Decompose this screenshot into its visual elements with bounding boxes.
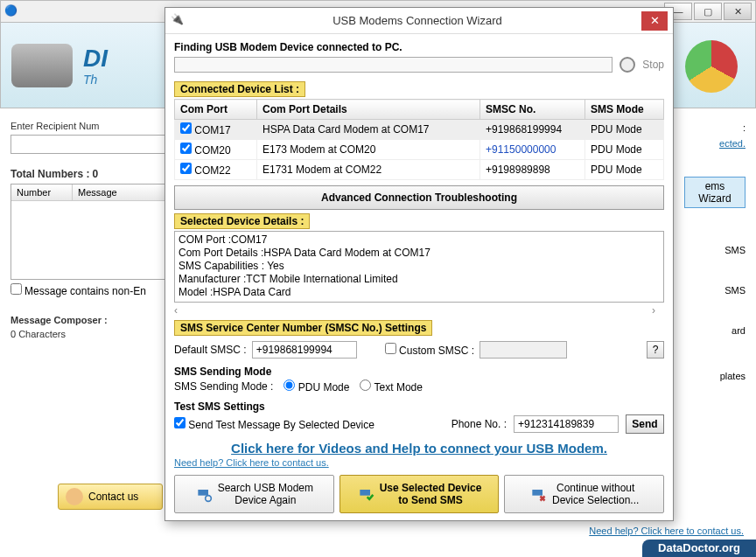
row-checkbox[interactable] [180,163,192,174]
use-selected-button[interactable]: Use Selected Device to Send SMS [340,475,500,513]
modal-titlebar: 🔌 USB Modems Connection Wizard ✕ [165,8,673,34]
scroll-right-icon[interactable]: › [652,304,664,317]
search-again-button[interactable]: Search USB Modem Device Again [174,475,334,513]
app-icon: 🔵 [4,4,18,18]
detail-line: COM Port :COM17 [178,233,660,247]
modal-title: USB Modems Connection Wizard [193,14,641,27]
detail-line: Com Port Details :HSPA Data Card Modem a… [178,247,660,260]
detail-line: Model :HSPA Data Card [178,286,660,299]
svg-rect-2 [360,490,370,496]
composer-label: Message Composer : [10,315,186,325]
modal-icon: 🔌 [171,13,186,29]
finding-progress [174,57,612,73]
banner-title: DI [83,45,108,73]
close-button[interactable]: ✕ [724,3,752,20]
send-test-checkbox[interactable]: Send Test Message By Selected Device [174,417,374,431]
th-mode: SMS Mode [585,100,664,120]
svg-point-1 [205,496,211,502]
device-table[interactable]: Com Port Com Port Details SMSC No. SMS M… [174,99,664,180]
advanced-troubleshooting-button[interactable]: Advanced Connection Troubleshooting [174,185,664,210]
composer-count: 0 Characters [10,329,186,339]
custom-smsc-checkbox[interactable]: Custom SMSC : [385,343,474,357]
table-row[interactable]: COM17HSPA Data Card Modem at COM17+91986… [175,120,664,140]
recipient-input[interactable] [10,135,186,154]
send-button[interactable]: Send [626,414,664,434]
maximize-button[interactable]: ▢ [694,3,722,20]
smsc-help-button[interactable]: ? [647,341,664,359]
finding-label: Finding USB Modem Device connected to PC… [174,41,664,53]
wizard-tab[interactable]: emsWizard [684,177,746,208]
pie-chart-icon [685,40,738,93]
modal-close-button[interactable]: ✕ [641,11,668,31]
total-numbers-label: Total Numbers : 0 [10,168,186,180]
selected-details-label: Selected Device Details : [174,213,310,229]
default-smsc-label: Default SMSC : [174,344,247,356]
row-checkbox[interactable] [180,122,192,134]
default-smsc-input[interactable] [252,341,357,359]
right-strip: : ected. emsWizard SMS SMS ard plates [684,117,746,386]
sending-mode-sublabel: SMS Sending Mode : [174,380,273,393]
table-row[interactable]: COM20E173 Modem at COM20+91150000000PDU … [175,140,664,160]
avatar-icon [66,488,83,505]
connected-list-label: Connected Device List : [174,81,305,97]
row-checkbox[interactable] [180,143,192,154]
video-help-link[interactable]: Click here for Videos and Help to connec… [174,441,664,456]
sending-mode-label: SMS Sending Mode [174,366,664,378]
th-port: Com Port [175,100,257,120]
connection-wizard-modal: 🔌 USB Modems Connection Wizard ✕ Finding… [164,7,674,521]
usb-check-icon [357,485,374,503]
contact-help-link[interactable]: Need help? Click here to contact us. [174,457,664,468]
th-details: Com Port Details [257,100,480,120]
contact-us-button[interactable]: Contact us [58,484,163,510]
phone-input[interactable] [514,415,619,433]
svg-rect-0 [198,490,208,496]
test-sms-label: Test SMS Settings [174,400,664,413]
smsc-section-label: SMS Service Center Number (SMSC No.) Set… [174,320,432,336]
pdu-mode-radio[interactable]: PDU Mode [284,379,349,393]
stop-label: Stop [642,59,664,71]
continue-without-button[interactable]: Continue without Device Selection... [504,475,664,513]
scroll-left-icon[interactable]: ‹ [174,304,186,317]
modem-icon [11,44,73,87]
banner-subtitle: Th [83,73,108,87]
stop-icon[interactable] [620,57,635,73]
detail-line: SMS Capabilities : Yes [178,260,660,273]
svg-rect-3 [532,490,542,496]
text-mode-radio[interactable]: Text Mode [360,379,422,393]
table-row[interactable]: COM22E1731 Modem at COM22+9198989898PDU … [175,160,664,180]
help-link[interactable]: Need help? Click here to contact us. [589,526,744,536]
numbers-grid[interactable]: Number Message [10,184,186,280]
selected-details-box[interactable]: COM Port :COM17Com Port Details :HSPA Da… [174,231,664,303]
usb-search-icon [195,485,213,503]
brand-footer: DataDoctor.org [642,540,756,557]
usb-x-icon [529,485,547,503]
phone-label: Phone No. : [452,418,507,430]
non-english-checkbox[interactable]: Message contains non-En [10,286,146,296]
custom-smsc-input [480,341,567,359]
detail-line: Manufacturer :TCT Mobile International L… [178,273,660,286]
recipient-label: Enter Recipient Num [10,121,186,131]
th-smsc: SMSC No. [480,100,585,120]
col-number: Number [11,185,73,200]
